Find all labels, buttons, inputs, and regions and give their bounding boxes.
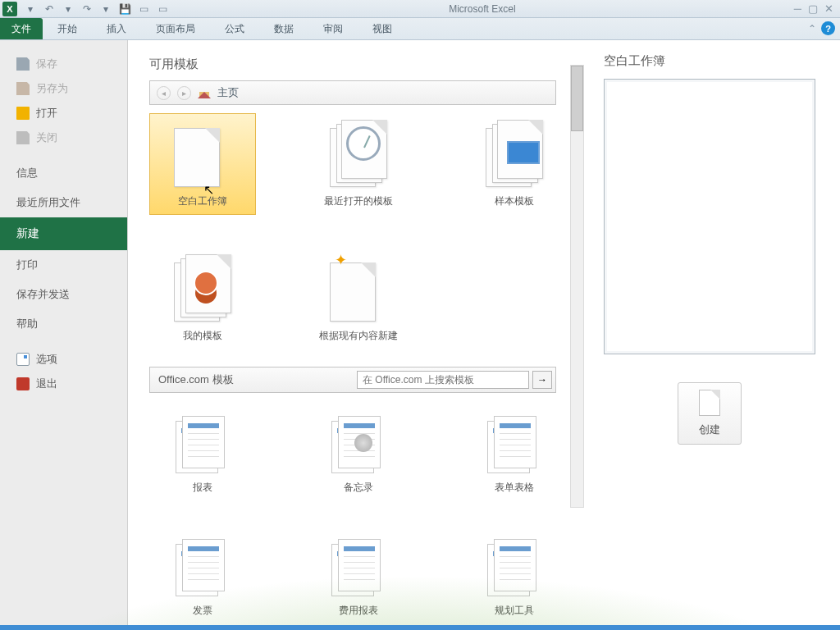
- tab-formulas[interactable]: 公式: [210, 18, 259, 39]
- undo-icon[interactable]: ↶: [41, 2, 57, 16]
- breadcrumb-forward-icon[interactable]: ▸: [177, 86, 191, 100]
- breadcrumb-bar: ◂ ▸ 主页: [149, 80, 556, 105]
- template-label: 备忘录: [344, 482, 373, 495]
- status-bar: [0, 625, 840, 630]
- redo-icon[interactable]: ↷: [79, 2, 95, 16]
- backstage-main: 可用模板 ◂ ▸ 主页 空白工作簿 最近打开的模板 样本模板: [128, 40, 840, 625]
- sidebar-new[interactable]: 新建: [0, 217, 127, 250]
- undo-more-icon[interactable]: ▾: [60, 2, 76, 16]
- sidebar-exit[interactable]: 退出: [0, 372, 127, 396]
- save-icon[interactable]: 💾: [116, 2, 133, 16]
- home-icon[interactable]: [198, 87, 211, 98]
- tab-review[interactable]: 审阅: [308, 18, 358, 39]
- sidebar-save-as[interactable]: 另存为: [0, 76, 127, 101]
- open-doc-icon[interactable]: ▭: [154, 2, 171, 16]
- open-folder-icon: [16, 107, 30, 120]
- template-recent[interactable]: 最近打开的模板: [305, 113, 412, 215]
- sidebar-saveas-label: 另存为: [36, 81, 68, 96]
- sidebar-help[interactable]: 帮助: [0, 309, 127, 339]
- blank-page-icon: [174, 128, 220, 187]
- office-template-memos[interactable]: 备忘录: [305, 408, 412, 501]
- sidebar-open-label: 打开: [36, 106, 57, 121]
- create-button[interactable]: 创建: [678, 382, 742, 445]
- save-icon: [16, 57, 30, 71]
- tab-insert[interactable]: 插入: [92, 18, 141, 39]
- template-from-existing[interactable]: ✦ 根据现有内容新建: [305, 248, 412, 349]
- template-label: 表单表格: [495, 482, 534, 495]
- backstage-view: 保存 另存为 打开 关闭 信息 最近所用文件 新建 打印 保存并发送 帮助 选项…: [0, 40, 840, 625]
- template-label: 费用报表: [339, 605, 378, 618]
- breadcrumb-label[interactable]: 主页: [217, 85, 239, 100]
- user-icon: [194, 271, 218, 295]
- office-template-invoices[interactable]: 发票: [149, 531, 256, 624]
- sidebar-info[interactable]: 信息: [0, 158, 127, 188]
- sidebar-close-label: 关闭: [36, 130, 57, 145]
- template-sample[interactable]: 样本模板: [461, 113, 568, 215]
- template-blank-workbook[interactable]: 空白工作簿: [149, 113, 256, 215]
- excel-app-icon: X: [2, 2, 17, 16]
- create-page-icon: [699, 390, 720, 416]
- template-label: 我的模板: [183, 330, 222, 343]
- office-template-reports[interactable]: 报表: [149, 408, 256, 501]
- minimize-icon[interactable]: ─: [794, 2, 801, 15]
- search-go-button[interactable]: →: [532, 371, 552, 389]
- preview-thumbnail: [604, 79, 815, 354]
- sidebar-open[interactable]: 打开: [0, 101, 127, 126]
- backstage-sidebar: 保存 另存为 打开 关闭 信息 最近所用文件 新建 打印 保存并发送 帮助 选项…: [0, 40, 128, 625]
- restore-icon[interactable]: ▢: [808, 2, 818, 15]
- create-label: 创建: [699, 422, 720, 437]
- preview-title: 空白工作簿: [604, 53, 665, 69]
- sidebar-options[interactable]: 选项: [0, 347, 127, 372]
- available-templates-title: 可用模板: [149, 57, 578, 72]
- sidebar-save-label: 保存: [36, 57, 57, 71]
- office-template-planners[interactable]: 规划工具: [461, 531, 568, 624]
- office-template-forms[interactable]: 表单表格: [461, 408, 568, 501]
- office-com-title: Office.com 模板: [150, 372, 357, 387]
- clock-icon: [346, 126, 381, 161]
- tab-data[interactable]: 数据: [259, 18, 308, 39]
- sidebar-save[interactable]: 保存: [0, 52, 127, 76]
- template-label: 根据现有内容新建: [319, 330, 398, 343]
- title-bar: X ▾ ↶ ▾ ↷ ▾ 💾 ▭ ▭ Microsoft Excel ─ ▢ ✕: [0, 0, 840, 18]
- sidebar-save-send[interactable]: 保存并发送: [0, 280, 127, 309]
- office-template-expense[interactable]: 费用报表: [305, 531, 412, 624]
- template-label: 最近打开的模板: [324, 195, 393, 208]
- sidebar-exit-label: 退出: [36, 377, 57, 391]
- window-controls: ─ ▢ ✕: [794, 2, 833, 15]
- spark-icon: ✦: [335, 251, 347, 269]
- close-doc-icon: [16, 131, 30, 144]
- redo-more-icon[interactable]: ▾: [98, 2, 114, 16]
- office-com-section: Office.com 模板 → 报表 备忘录 表单表格 发票 费用报表 规划工具…: [149, 367, 578, 625]
- help-icon[interactable]: ?: [821, 21, 835, 35]
- file-tab[interactable]: 文件: [0, 18, 43, 39]
- save-as-icon: [16, 82, 30, 95]
- qat-dropdown-icon[interactable]: ▾: [22, 2, 39, 16]
- scrollbar[interactable]: [570, 65, 584, 508]
- minimize-ribbon-icon[interactable]: ⌃: [808, 23, 816, 34]
- template-label: 空白工作簿: [178, 195, 227, 208]
- monitor-icon: [507, 141, 540, 164]
- quick-access-toolbar: ▾ ↶ ▾ ↷ ▾ 💾 ▭ ▭: [22, 2, 171, 16]
- scrollbar-thumb[interactable]: [571, 66, 583, 131]
- sidebar-close[interactable]: 关闭: [0, 126, 127, 150]
- office-com-search-input[interactable]: [357, 371, 529, 389]
- office-com-grid: 报表 备忘录 表单表格 发票 费用报表 规划工具 回执、收据 会议议程 ⟋计划、…: [149, 408, 568, 625]
- ribbon-tabs: 文件 开始 插入 页面布局 公式 数据 审阅 视图 ⌃ ?: [0, 18, 840, 40]
- template-label: 样本模板: [495, 195, 534, 208]
- template-label: 规划工具: [495, 605, 534, 618]
- tab-home[interactable]: 开始: [43, 18, 92, 39]
- templates-pane: 可用模板 ◂ ▸ 主页 空白工作簿 最近打开的模板 样本模板: [128, 40, 584, 625]
- template-label: 报表: [193, 482, 212, 495]
- template-my[interactable]: 我的模板: [149, 248, 256, 349]
- new-doc-icon[interactable]: ▭: [135, 2, 152, 16]
- exit-icon: [16, 377, 30, 390]
- office-com-bar: Office.com 模板 →: [149, 367, 556, 393]
- tab-view[interactable]: 视图: [358, 18, 407, 39]
- sidebar-recent[interactable]: 最近所用文件: [0, 188, 127, 217]
- tab-page-layout[interactable]: 页面布局: [141, 18, 210, 39]
- breadcrumb-back-icon[interactable]: ◂: [157, 86, 171, 100]
- sidebar-print[interactable]: 打印: [0, 250, 127, 280]
- sidebar-options-label: 选项: [36, 352, 57, 367]
- close-icon[interactable]: ✕: [824, 2, 833, 15]
- options-icon: [16, 353, 30, 366]
